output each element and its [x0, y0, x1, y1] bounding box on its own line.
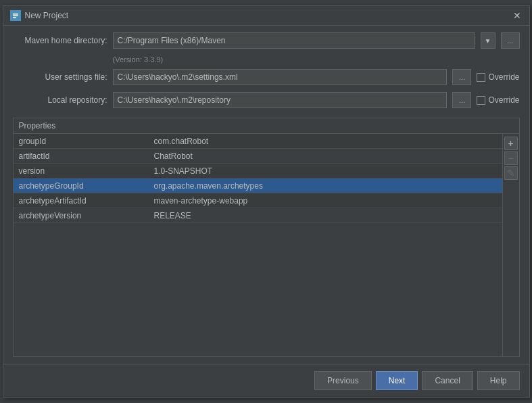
cancel-button[interactable]: Cancel: [422, 371, 473, 390]
dialog-content: Maven home directory: ▼ ... (Version: 3.…: [3, 26, 529, 364]
prop-key: artifactId: [14, 150, 149, 162]
title-bar-left: New Project: [10, 10, 69, 21]
user-settings-browse-button[interactable]: ...: [452, 69, 471, 85]
add-property-button[interactable]: +: [504, 137, 518, 150]
maven-home-input[interactable]: [113, 32, 475, 49]
prop-key: archetypeVersion: [14, 210, 149, 222]
svg-rect-1: [13, 14, 18, 15]
prop-key: archetypeArtifactId: [14, 195, 149, 207]
user-settings-label: User settings file:: [13, 72, 107, 82]
prop-value: ChatRobot: [149, 150, 502, 162]
properties-section: Properties groupId com.chatRobot artifac…: [13, 118, 520, 357]
table-row[interactable]: artifactId ChatRobot: [14, 149, 502, 164]
maven-home-dropdown-button[interactable]: ▼: [481, 32, 495, 49]
user-settings-override-checkbox[interactable]: [477, 73, 485, 82]
next-button[interactable]: Next: [376, 371, 418, 390]
local-repo-label: Local repository:: [13, 95, 107, 105]
prop-value: org.apache.maven.archetypes: [149, 180, 502, 192]
local-repo-override-label[interactable]: Override: [488, 95, 519, 105]
properties-header: Properties: [14, 118, 519, 134]
prop-key: groupId: [14, 135, 149, 147]
dialog-title: New Project: [25, 11, 69, 20]
properties-side-buttons: + − ✎: [502, 134, 519, 356]
table-row[interactable]: archetypeVersion RELEASE: [14, 208, 502, 223]
local-repo-row: Local repository: ... Override: [13, 92, 520, 108]
prop-key: version: [14, 165, 149, 177]
user-settings-input[interactable]: [113, 69, 448, 85]
edit-property-button[interactable]: ✎: [504, 166, 518, 180]
properties-inner: groupId com.chatRobot artifactId ChatRob…: [14, 134, 519, 356]
maven-version-text: (Version: 3.3.9): [113, 55, 520, 64]
local-repo-override-checkbox[interactable]: [477, 96, 485, 105]
dialog-icon: [10, 10, 21, 21]
previous-button[interactable]: Previous: [314, 371, 372, 390]
new-project-dialog: New Project ✕ Maven home directory: ▼ ..…: [3, 5, 530, 398]
close-button[interactable]: ✕: [512, 10, 523, 21]
prop-value: com.chatRobot: [149, 135, 502, 147]
prop-key: archetypeGroupId: [14, 180, 149, 192]
user-settings-override-label[interactable]: Override: [488, 72, 519, 82]
local-repo-browse-button[interactable]: ...: [452, 92, 471, 108]
local-repo-input[interactable]: [113, 92, 448, 108]
dialog-footer: Previous Next Cancel Help: [3, 364, 529, 397]
svg-rect-2: [13, 16, 18, 17]
svg-rect-3: [13, 17, 16, 18]
prop-value: RELEASE: [149, 210, 502, 222]
user-settings-row: User settings file: ... Override: [13, 69, 520, 85]
remove-property-button[interactable]: −: [504, 151, 518, 165]
table-row[interactable]: version 1.0-SNAPSHOT: [14, 164, 502, 179]
maven-home-label: Maven home directory:: [13, 36, 107, 45]
maven-home-browse-button[interactable]: ...: [501, 32, 520, 49]
prop-value: maven-archetype-webapp: [149, 195, 502, 207]
title-bar: New Project ✕: [3, 6, 529, 26]
properties-rows: groupId com.chatRobot artifactId ChatRob…: [14, 134, 502, 356]
local-repo-override-group: Override: [477, 95, 519, 105]
user-settings-override-group: Override: [477, 72, 519, 82]
help-button[interactable]: Help: [477, 371, 520, 390]
table-row[interactable]: groupId com.chatRobot: [14, 134, 502, 149]
table-row[interactable]: archetypeGroupId org.apache.maven.archet…: [14, 179, 502, 193]
maven-home-row: Maven home directory: ▼ ...: [13, 32, 520, 49]
prop-value: 1.0-SNAPSHOT: [149, 165, 502, 177]
table-row[interactable]: archetypeArtifactId maven-archetype-weba…: [14, 193, 502, 208]
